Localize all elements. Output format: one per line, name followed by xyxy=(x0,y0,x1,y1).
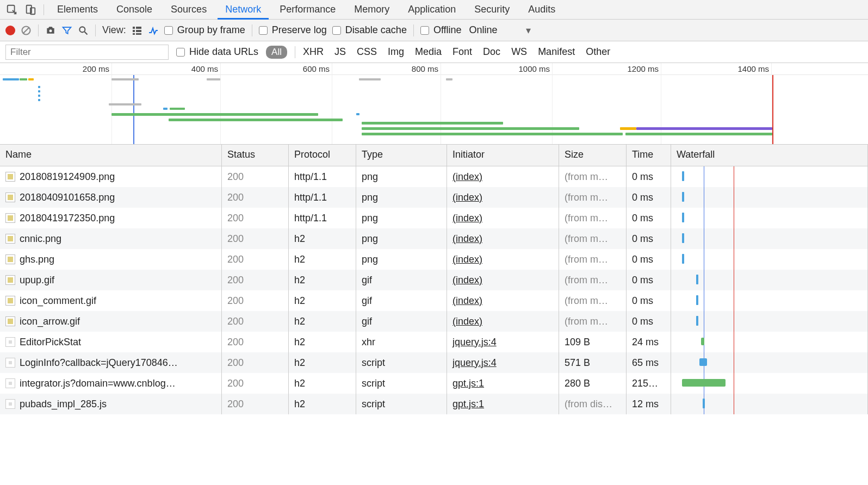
filter-type-font[interactable]: Font xyxy=(452,46,472,58)
request-type: png xyxy=(356,166,447,187)
tab-elements[interactable]: Elements xyxy=(49,0,106,20)
tab-security[interactable]: Security xyxy=(467,0,517,20)
request-status: 200 xyxy=(222,249,289,270)
request-row[interactable]: EditorPickStat200h2xhrjquery.js:4109 B24… xyxy=(0,332,868,352)
request-size: (from m… xyxy=(559,249,627,270)
request-row[interactable]: pubads_impl_285.js200h2scriptgpt.js:1(fr… xyxy=(0,394,868,414)
request-time: 0 ms xyxy=(627,249,671,270)
separator xyxy=(295,46,295,58)
filter-type-js[interactable]: JS xyxy=(334,46,346,58)
request-row[interactable]: icon_comment.gif200h2gif(index)(from m…0… xyxy=(0,290,868,311)
request-protocol: h2 xyxy=(289,270,356,290)
timeline-marker-red xyxy=(772,75,773,144)
request-waterfall xyxy=(671,208,868,228)
timeline-overview[interactable]: 200 ms400 ms600 ms800 ms1000 ms1200 ms14… xyxy=(0,63,868,145)
group-by-frame-checkbox[interactable]: Group by frame xyxy=(164,24,245,36)
initiator-link[interactable]: gpt.js:1 xyxy=(452,399,484,410)
col-header-waterfall[interactable]: Waterfall xyxy=(671,145,868,166)
request-size: (from m… xyxy=(559,270,627,290)
col-header-size[interactable]: Size xyxy=(559,145,627,166)
large-rows-icon[interactable] xyxy=(132,25,142,36)
col-header-time[interactable]: Time xyxy=(627,145,671,166)
filter-type-ws[interactable]: WS xyxy=(511,46,527,58)
request-time: 24 ms xyxy=(627,332,671,352)
col-header-protocol[interactable]: Protocol xyxy=(289,145,356,166)
request-waterfall xyxy=(671,311,868,332)
request-size: (from m… xyxy=(559,187,627,208)
col-header-initiator[interactable]: Initiator xyxy=(447,145,559,166)
record-button[interactable] xyxy=(5,26,15,35)
inspect-element-icon[interactable] xyxy=(4,2,20,17)
image-file-icon xyxy=(5,275,15,285)
tab-network[interactable]: Network xyxy=(218,0,269,20)
request-row[interactable]: icon_arrow.gif200h2gif(index)(from m…0 m… xyxy=(0,311,868,332)
device-toolbar-icon[interactable] xyxy=(23,2,38,17)
initiator-link[interactable]: jquery.js:4 xyxy=(452,357,497,369)
ruler-tick: 600 ms xyxy=(303,64,332,73)
filter-input[interactable] xyxy=(5,45,169,60)
hide-data-urls-checkbox[interactable]: Hide data URLs xyxy=(176,46,258,58)
screenshot-button[interactable] xyxy=(45,25,56,36)
initiator-link[interactable]: (index) xyxy=(452,171,482,183)
tab-memory[interactable]: Memory xyxy=(346,0,397,20)
request-time: 0 ms xyxy=(627,208,671,228)
request-status: 200 xyxy=(222,290,289,311)
filter-type-xhr[interactable]: XHR xyxy=(303,46,324,58)
initiator-link[interactable]: (index) xyxy=(452,254,482,265)
request-type: gif xyxy=(356,290,447,311)
request-size: (from m… xyxy=(559,311,627,332)
request-row[interactable]: ghs.png200h2png(index)(from m…0 ms xyxy=(0,249,868,270)
initiator-link[interactable]: (index) xyxy=(452,295,482,307)
initiator-link[interactable]: (index) xyxy=(452,192,482,203)
image-file-icon xyxy=(5,213,15,223)
search-icon[interactable] xyxy=(78,25,89,36)
overview-toggle-icon[interactable] xyxy=(148,25,159,36)
request-time: 12 ms xyxy=(627,394,671,414)
initiator-link[interactable]: gpt.js:1 xyxy=(452,378,484,389)
request-row[interactable]: 20180419172350.png200http/1.1png(index)(… xyxy=(0,208,868,228)
filter-type-img[interactable]: Img xyxy=(388,46,404,58)
filter-type-media[interactable]: Media xyxy=(415,46,442,58)
separator xyxy=(95,24,96,36)
tab-performance[interactable]: Performance xyxy=(272,0,343,20)
clear-button[interactable] xyxy=(21,25,32,36)
col-header-status[interactable]: Status xyxy=(222,145,289,166)
tab-console[interactable]: Console xyxy=(109,0,160,20)
tab-application[interactable]: Application xyxy=(400,0,463,20)
requests-table-body: 20180819124909.png200http/1.1png(index)(… xyxy=(0,166,868,414)
col-header-type[interactable]: Type xyxy=(356,145,447,166)
initiator-link[interactable]: (index) xyxy=(452,316,482,327)
request-waterfall xyxy=(671,373,868,394)
disable-cache-checkbox[interactable]: Disable cache xyxy=(332,24,407,36)
filter-type-css[interactable]: CSS xyxy=(357,46,377,58)
initiator-link[interactable]: (index) xyxy=(452,275,482,286)
request-row[interactable]: 20180819124909.png200http/1.1png(index)(… xyxy=(0,166,868,187)
filter-type-doc[interactable]: Doc xyxy=(483,46,500,58)
request-type: gif xyxy=(356,311,447,332)
col-header-name[interactable]: Name xyxy=(0,145,222,166)
filter-toggle-icon[interactable] xyxy=(61,25,72,36)
devtools-tab-bar: ElementsConsoleSourcesNetworkPerformance… xyxy=(0,0,868,20)
offline-checkbox[interactable]: Offline xyxy=(420,24,462,36)
request-row[interactable]: cnnic.png200h2png(index)(from m…0 ms xyxy=(0,228,868,249)
request-name: icon_comment.gif xyxy=(20,295,96,307)
request-status: 200 xyxy=(222,373,289,394)
request-size: 571 B xyxy=(559,352,627,373)
initiator-link[interactable]: jquery.js:4 xyxy=(452,337,497,348)
filter-type-manifest[interactable]: Manifest xyxy=(538,46,575,58)
request-row[interactable]: upup.gif200h2gif(index)(from m…0 ms xyxy=(0,270,868,290)
request-waterfall xyxy=(671,166,868,187)
preserve-log-checkbox[interactable]: Preserve log xyxy=(259,24,327,36)
tab-audits[interactable]: Audits xyxy=(520,0,563,20)
filter-all-pill[interactable]: All xyxy=(266,46,287,59)
request-row[interactable]: 20180409101658.png200http/1.1png(index)(… xyxy=(0,187,868,208)
throttling-select[interactable]: Online ▾ xyxy=(469,24,531,36)
request-row[interactable]: integrator.js?domain=www.cnblog…200h2scr… xyxy=(0,373,868,394)
svg-line-4 xyxy=(23,27,29,34)
filter-type-other[interactable]: Other xyxy=(586,46,610,58)
initiator-link[interactable]: (index) xyxy=(452,213,482,224)
tab-sources[interactable]: Sources xyxy=(163,0,214,20)
initiator-link[interactable]: (index) xyxy=(452,233,482,245)
svg-rect-14 xyxy=(8,174,13,179)
request-row[interactable]: LoginInfo?callback=jQuery170846…200h2scr… xyxy=(0,352,868,373)
